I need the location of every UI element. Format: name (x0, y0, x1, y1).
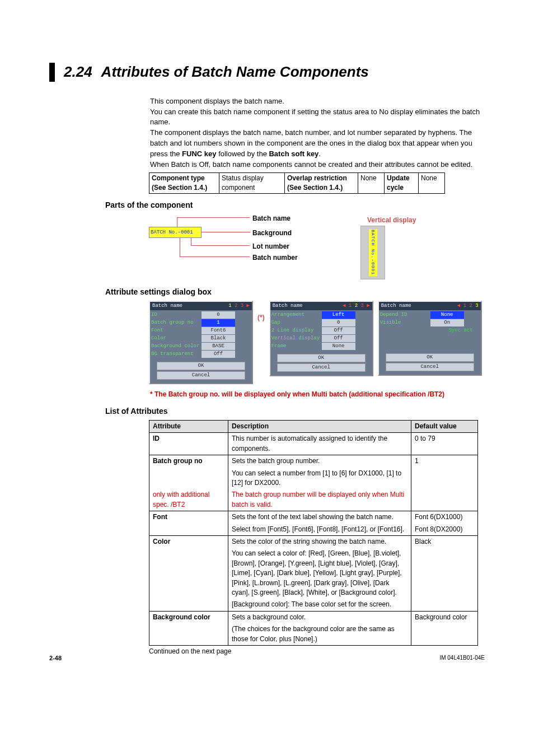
meta-update-val: None (419, 172, 445, 194)
table-row: [Background color]: The base color set f… (149, 599, 478, 611)
list-heading: List of Attributes (105, 405, 485, 417)
table-row: Batch group no Sets the batch group numb… (149, 455, 478, 468)
settings-panel-3: Batch name ◀ 1 2 3 Depend IDNone Visible… (378, 301, 482, 376)
col-attribute: Attribute (149, 421, 228, 433)
ok-button[interactable]: OK (386, 353, 474, 362)
multi-batch-note: * The Batch group no. will be displayed … (150, 390, 477, 399)
dialog-heading: Attribute settings dialog box (105, 286, 485, 297)
meta-overlap-label: Overlap restriction (See Section 1.4.) (285, 172, 358, 194)
batch-soft-key-label: Batch soft key (269, 150, 318, 158)
table-row: only with additional spec. /BT2 The batc… (149, 489, 478, 511)
vertical-display-sample: BATCH No.-0001 (369, 229, 377, 276)
meta-overlap-val: None (358, 172, 385, 194)
table-row: You can select a number from [1] to [6] … (149, 468, 478, 489)
panel-nav: 1 2 3 ▶ (228, 302, 250, 310)
section-number: 2.24 (64, 62, 92, 83)
callout-lot-number: Lot number (252, 242, 289, 251)
leader-line (197, 232, 250, 232)
table-header-row: Attribute Description Default value (149, 421, 478, 433)
attributes-table: Attribute Description Default value ID T… (149, 420, 478, 646)
meta-comp-type-val: Status display component (219, 172, 285, 194)
leader-line (180, 237, 180, 256)
vertical-display-label: Vertical display (367, 216, 416, 225)
col-default: Default value (411, 421, 478, 433)
table-row: Select from [Font5], [Font6], [Font8], [… (149, 524, 478, 536)
vertical-display-box: BATCH No.-0001 (360, 226, 385, 279)
callout-batch-name: Batch name (252, 214, 291, 223)
meta-table: Component type (See Section 1.4.) Status… (149, 172, 445, 194)
intro-line: The component displays the batch name, b… (150, 128, 485, 160)
intro-text: This component displays the batch name. … (150, 96, 485, 170)
leader-line (177, 217, 250, 218)
meta-comp-type-label: Component type (See Section 1.4.) (149, 172, 219, 194)
parts-figure: Batch name Background Lot number Batch n… (149, 214, 485, 282)
panel-titlebar: Batch name 1 2 3 ▶ (150, 302, 252, 310)
table-row: ID This number is automatically assigned… (149, 433, 478, 455)
table-row: Background color Sets a background color… (149, 611, 478, 623)
asterisk-marker: (*) (257, 301, 265, 323)
batch-name-sample: BATCH No.-0001 (149, 227, 202, 238)
panel-title: Batch name (381, 302, 411, 310)
cancel-button[interactable]: Cancel (386, 363, 474, 371)
panel-nav: ◀ 1 2 3 (457, 302, 479, 310)
parts-heading: Parts of the component (105, 199, 485, 211)
section-title-row: 2.24 Attributes of Batch Name Components (49, 62, 485, 83)
table-row: You can select a color of: [Red], [Green… (149, 548, 478, 599)
ok-button[interactable]: OK (157, 362, 245, 370)
callout-batch-number: Batch number (252, 253, 298, 263)
table-row: Color Sets the color of the string showi… (149, 535, 478, 548)
intro-line: When Batch is Off, batch name components… (150, 160, 485, 170)
settings-panel-2: Batch name ◀ 1 2 3 ▶ ArrangementLeft Gap… (269, 301, 373, 376)
leader-line (191, 237, 191, 245)
cancel-button[interactable]: Cancel (157, 371, 245, 380)
panel-title: Batch name (152, 302, 182, 310)
callout-background: Background (252, 228, 292, 238)
col-description: Description (228, 421, 411, 433)
page-footer: 2-48 IM 04L41B01-04E (49, 654, 485, 663)
table-row: (The choices for the background color ar… (149, 623, 478, 645)
func-key-label: FUNC key (182, 150, 216, 158)
settings-panel-1: Batch name 1 2 3 ▶ ID0 Batch group no1 F… (149, 301, 253, 384)
cancel-button[interactable]: Cancel (277, 363, 366, 372)
dialog-panels-row: Batch name 1 2 3 ▶ ID0 Batch group no1 F… (149, 301, 485, 384)
intro-line: You can create this batch name component… (150, 107, 485, 128)
sync-act-label: Sync act (380, 327, 480, 334)
leader-line (180, 256, 250, 257)
ok-button[interactable]: OK (277, 354, 366, 362)
doc-id: IM 04L41B01-04E (439, 654, 485, 663)
table-row: Font Sets the font of the text label sho… (149, 511, 478, 524)
leader-line (177, 217, 177, 227)
panel-titlebar: Batch name ◀ 1 2 3 ▶ (270, 302, 372, 310)
meta-update-label: Update cycle (385, 172, 419, 194)
panel-title: Batch name (273, 302, 303, 310)
panel-nav: ◀ 1 2 3 ▶ (343, 302, 370, 310)
leader-line (191, 245, 250, 246)
page-number: 2-48 (49, 654, 62, 663)
panel-titlebar: Batch name ◀ 1 2 3 (379, 302, 481, 310)
intro-line: This component displays the batch name. (150, 96, 485, 107)
title-accent-bar (49, 63, 55, 82)
section-title: Attributes of Batch Name Components (101, 62, 369, 83)
